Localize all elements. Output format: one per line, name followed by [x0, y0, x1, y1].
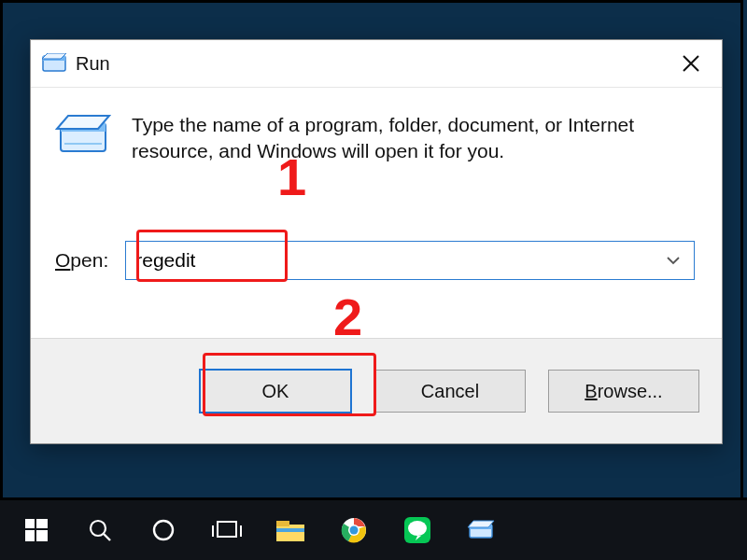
file-explorer-icon[interactable] — [260, 504, 321, 556]
open-label: Open: — [55, 249, 108, 272]
run-taskbar-icon[interactable] — [450, 504, 512, 556]
taskbar — [0, 497, 747, 560]
start-icon[interactable] — [6, 504, 67, 556]
window-title: Run — [76, 53, 110, 75]
open-input[interactable] — [126, 249, 666, 272]
open-combobox[interactable] — [125, 241, 695, 280]
run-icon — [42, 53, 66, 74]
svg-point-9 — [154, 521, 173, 539]
svg-rect-6 — [25, 530, 35, 541]
taskview-icon[interactable] — [196, 504, 258, 556]
svg-rect-13 — [276, 528, 304, 532]
run-dialog: Run Type the name of a program, folder, — [30, 39, 723, 444]
button-bar: OK Cancel Browse... — [31, 338, 722, 443]
cortana-icon[interactable] — [133, 504, 194, 556]
svg-point-16 — [350, 526, 359, 535]
search-icon[interactable] — [69, 504, 131, 556]
close-button[interactable] — [673, 49, 709, 77]
titlebar: Run — [31, 40, 722, 88]
svg-rect-7 — [36, 530, 48, 541]
svg-rect-5 — [36, 519, 48, 528]
browse-button[interactable]: Browse... — [548, 370, 699, 413]
ok-button[interactable]: OK — [199, 369, 352, 413]
cancel-button[interactable]: Cancel — [374, 370, 526, 413]
chevron-down-icon[interactable] — [666, 253, 694, 268]
line-icon[interactable] — [387, 504, 448, 556]
svg-point-8 — [91, 521, 106, 536]
svg-rect-12 — [276, 521, 289, 526]
run-description: Type the name of a program, folder, docu… — [132, 112, 698, 165]
svg-rect-11 — [276, 525, 304, 541]
run-large-icon — [55, 112, 111, 159]
svg-rect-10 — [218, 522, 236, 537]
svg-rect-4 — [25, 519, 35, 528]
chrome-icon[interactable] — [323, 504, 385, 556]
svg-point-18 — [408, 521, 427, 536]
